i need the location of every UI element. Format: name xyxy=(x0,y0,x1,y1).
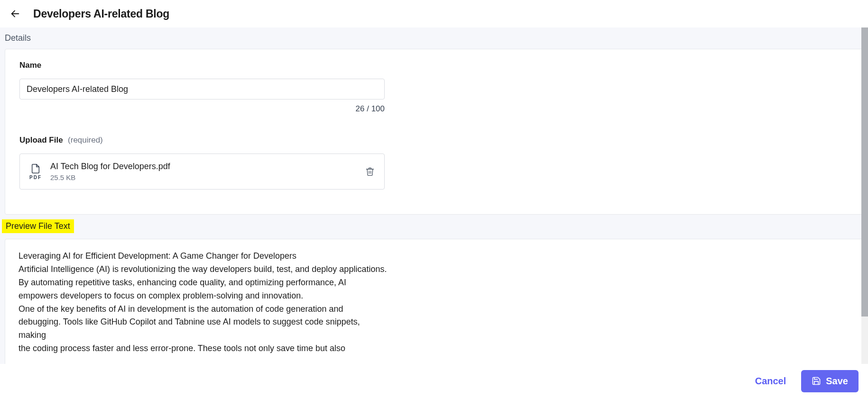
body-scrollbar-thumb[interactable] xyxy=(861,27,868,317)
save-icon xyxy=(812,376,821,386)
section-header-details: Details xyxy=(0,27,868,49)
arrow-left-icon xyxy=(10,9,20,19)
file-size: 25.5 KB xyxy=(50,173,357,181)
file-name: AI Tech Blog for Developers.pdf xyxy=(50,162,357,172)
section-header-preview: Preview File Text xyxy=(2,219,74,233)
footer-actions: Cancel Save xyxy=(0,364,868,398)
details-card: Name 26 / 100 Upload File (required) PDF… xyxy=(5,49,863,215)
upload-field: Upload File (required) PDF AI Tech Blog … xyxy=(19,136,849,190)
back-button[interactable] xyxy=(9,8,21,19)
name-label: Name xyxy=(19,61,41,70)
file-info: AI Tech Blog for Developers.pdf 25.5 KB xyxy=(50,162,357,181)
content-area: Details Name 26 / 100 Upload File (requi… xyxy=(0,27,868,364)
name-char-count: 26 / 100 xyxy=(19,104,385,114)
name-input[interactable] xyxy=(19,79,385,100)
cancel-button[interactable]: Cancel xyxy=(755,376,786,387)
preview-card: Leveraging AI for Efficient Development:… xyxy=(5,239,863,364)
delete-file-button[interactable] xyxy=(364,166,376,177)
upload-required: (required) xyxy=(68,136,103,145)
page-title: Developers AI-related Blog xyxy=(33,8,169,20)
preview-text[interactable]: Leveraging AI for Efficient Development:… xyxy=(18,250,393,364)
file-pdf-icon: PDF xyxy=(28,163,43,180)
file-ext-label: PDF xyxy=(29,175,42,180)
save-button-label: Save xyxy=(826,376,848,387)
body-scrollbar[interactable] xyxy=(861,27,868,364)
name-field: Name 26 / 100 xyxy=(19,61,849,114)
trash-icon xyxy=(365,167,375,176)
page-header: Developers AI-related Blog xyxy=(0,0,868,27)
save-button[interactable]: Save xyxy=(801,370,859,392)
file-row: PDF AI Tech Blog for Developers.pdf 25.5… xyxy=(19,154,385,190)
upload-label: Upload File xyxy=(19,136,63,145)
